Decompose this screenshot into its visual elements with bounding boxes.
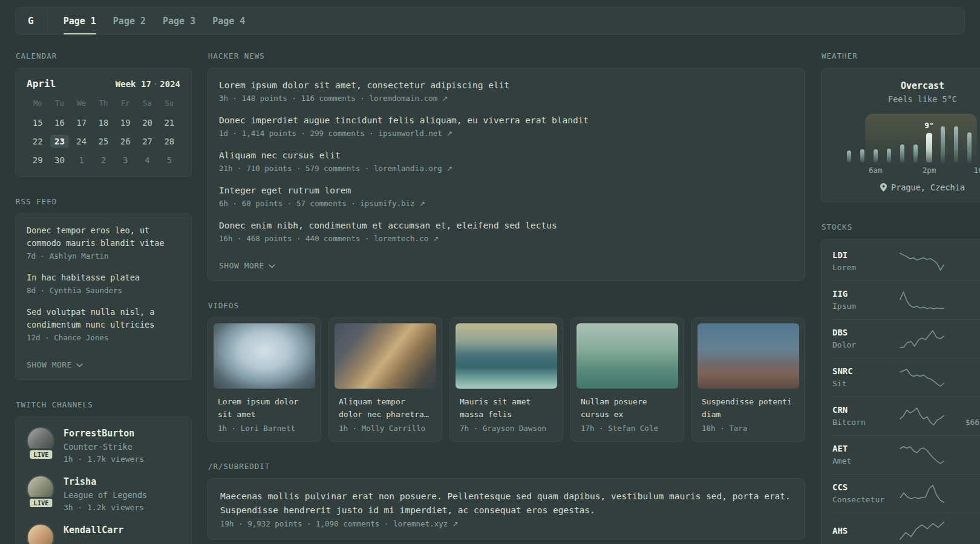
external-link-icon: ↗ xyxy=(442,94,448,103)
stock-identity: AET Amet xyxy=(832,442,892,467)
hacker-news-item-domain[interactable]: loremlandia.org xyxy=(374,164,442,173)
reddit-post-meta: 19h · 9,932 points · 1,090 comments · lo… xyxy=(220,519,792,528)
video-title[interactable]: Mauris sit amet massa felis xyxy=(456,395,557,421)
rss-item-title[interactable]: Sed volutpat nulla nisl, a condimentum n… xyxy=(27,306,180,331)
reddit-post-title[interactable]: Maecenas mollis pulvinar erat non posuer… xyxy=(220,490,792,517)
twitch-channel-row: LIVE Trisha League of Legends 3h · 1.2k … xyxy=(27,475,180,514)
video-thumbnail[interactable] xyxy=(456,323,557,389)
video-title[interactable]: Nullam posuere cursus ex xyxy=(577,395,678,421)
calendar-weekday: Mo xyxy=(27,94,48,113)
weather-temp-bar xyxy=(874,149,878,163)
hacker-news-item-domain[interactable]: loremtech.co xyxy=(374,234,428,243)
rss-item-title[interactable]: In hac habitasse platea xyxy=(27,271,180,284)
reddit-post-stats: 19h · 9,932 points · 1,090 comments · xyxy=(220,519,388,528)
calendar-day-number: 29 xyxy=(28,154,47,167)
calendar-day-number: 2 xyxy=(97,154,110,167)
stock-sparkline xyxy=(892,251,952,273)
stocks-header: STOCKS xyxy=(822,222,980,232)
hacker-news-item-meta: 16h · 468 points · 440 comments · loremt… xyxy=(219,233,794,245)
video-thumbnail[interactable] xyxy=(214,323,315,389)
stock-row: IIG Ipsum +2.84% $42.04 xyxy=(832,280,980,319)
external-link-icon: ↗ xyxy=(446,129,452,138)
page-tab[interactable]: Page 2 xyxy=(113,8,146,34)
calendar-day-number: 24 xyxy=(72,135,91,148)
hacker-news-item-title[interactable]: Donec enim nibh, condimentum et accumsan… xyxy=(219,219,794,232)
weather-hour-slot: 10pm xyxy=(977,132,980,175)
video-thumbnail[interactable] xyxy=(577,323,678,389)
calendar-day: 15 xyxy=(27,113,48,132)
hacker-news-item-domain[interactable]: ipsumify.biz xyxy=(360,199,414,208)
external-link-icon: ↗ xyxy=(452,520,459,528)
subreddit-widget: Maecenas mollis pulvinar erat non posuer… xyxy=(207,478,805,540)
dashboard-grid: CALENDAR April Week 17·2024 MoTuWeThFrSa… xyxy=(15,51,965,544)
calendar-day: 17 xyxy=(71,113,93,132)
reddit-post-domain[interactable]: loremnet.xyz xyxy=(393,519,448,528)
video-meta: 1h · Lori Barnett xyxy=(214,424,315,433)
video-title[interactable]: Suspendisse potenti diam xyxy=(697,395,799,421)
weather-hour-slot xyxy=(950,114,962,175)
external-link-icon: ↗ xyxy=(433,235,439,243)
hacker-news-item-title[interactable]: Integer eget rutrum lorem xyxy=(219,184,794,197)
hacker-news-item-title[interactable]: Lorem ipsum dolor sit amet, consectetur … xyxy=(219,79,794,92)
rss-show-more-button[interactable]: SHOW MORE xyxy=(27,360,83,369)
app-logo[interactable]: G xyxy=(28,8,48,34)
hacker-news-show-more-button[interactable]: SHOW MORE xyxy=(219,261,275,270)
page-tab[interactable]: Page 1 xyxy=(64,8,96,34)
twitch-header: TWITCH CHANNELS xyxy=(16,400,192,409)
calendar-day: 25 xyxy=(93,132,114,151)
stock-name: Ipsum xyxy=(832,300,892,312)
live-badge: LIVE xyxy=(28,448,54,461)
rss-item-title[interactable]: Donec tempor eros leo, ut commodo mauris… xyxy=(27,224,180,250)
weather-hour-slot xyxy=(936,114,949,175)
twitch-section: TWITCH CHANNELS LIVE ForrestBurton Count… xyxy=(15,400,192,544)
twitch-avatar-wrap[interactable]: LIVE xyxy=(27,523,56,544)
weather-time-label: 2pm xyxy=(923,164,936,175)
twitch-channel-meta: 3h · 1.2k viewers xyxy=(64,502,147,514)
twitch-avatar-wrap[interactable]: LIVE xyxy=(27,427,56,461)
hacker-news-list: Lorem ipsum dolor sit amet, consectetur … xyxy=(219,79,794,245)
hacker-news-item-domain[interactable]: ipsumworld.net xyxy=(378,129,442,138)
twitch-channel-name[interactable]: ForrestBurton xyxy=(64,427,144,441)
stock-row: AET Amet +0.92% $499.72 xyxy=(832,435,980,474)
weather-hour-slot: 9° 2pm xyxy=(923,121,935,175)
calendar-day-number: 18 xyxy=(94,116,113,129)
rss-item-meta: 12d · Chance Jones xyxy=(27,332,180,344)
twitch-channel-name[interactable]: KendallCarr xyxy=(64,523,123,537)
calendar-day: 30 xyxy=(48,151,70,169)
hacker-news-item: Integer eget rutrum lorem 6h · 60 points… xyxy=(219,184,794,210)
page-tab[interactable]: Page 3 xyxy=(163,8,195,34)
stock-identity: LDI Lorem xyxy=(832,249,892,274)
twitch-avatar-wrap[interactable]: LIVE xyxy=(27,475,56,509)
calendar-day: 29 xyxy=(27,151,48,169)
video-thumbnail[interactable] xyxy=(697,323,799,389)
stock-values: +4.35% $795.18 xyxy=(952,249,980,274)
hacker-news-item-domain[interactable]: loremdomain.com xyxy=(369,94,437,103)
weather-time-label: 6am xyxy=(869,164,883,175)
video-title[interactable]: Lorem ipsum dolor sit amet consectetu… xyxy=(214,395,315,421)
stock-values: +0.92% $499.72 xyxy=(952,442,980,467)
page-tab-label: Page 2 xyxy=(113,16,146,27)
twitch-channel-name[interactable]: Trisha xyxy=(64,475,147,489)
hacker-news-section: HACKER NEWS Lorem ipsum dolor sit amet, … xyxy=(207,51,805,281)
calendar-day-number: 21 xyxy=(160,116,178,129)
calendar-weekday: We xyxy=(71,94,93,113)
video-card: Suspendisse potenti diam 18h · Tara xyxy=(691,317,805,442)
video-title[interactable]: Aliquam tempor dolor nec pharetra… xyxy=(335,395,436,421)
weather-widget: Overcast Feels like 5°C xyxy=(821,68,980,202)
weather-temp-bar xyxy=(967,132,972,163)
reddit-post: Maecenas mollis pulvinar erat non posuer… xyxy=(220,490,792,528)
calendar-month: April xyxy=(27,78,56,89)
stock-name: Dolor xyxy=(832,339,892,351)
hacker-news-item-title[interactable]: Aliquam nec cursus elit xyxy=(219,149,794,162)
page-tab[interactable]: Page 4 xyxy=(212,8,245,34)
rss-list: Donec tempor eros leo, ut commodo mauris… xyxy=(27,224,180,344)
weather-hour-slot: 6am xyxy=(869,137,881,175)
stock-symbol: CRN xyxy=(832,404,892,416)
location-pin-icon xyxy=(880,183,887,192)
chevron-down-icon xyxy=(76,363,83,368)
weather-temp-bar xyxy=(847,151,851,163)
hacker-news-item-title[interactable]: Donec imperdiet augue tincidunt felis al… xyxy=(219,114,794,127)
calendar-day-number: 5 xyxy=(163,154,176,167)
calendar-day-number: 26 xyxy=(116,135,135,148)
video-thumbnail[interactable] xyxy=(335,323,436,389)
